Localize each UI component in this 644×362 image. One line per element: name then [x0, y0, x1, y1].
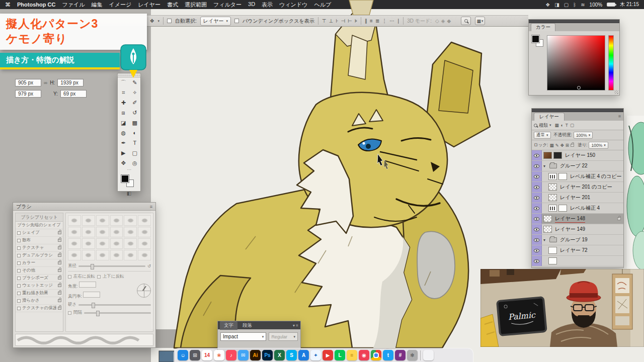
section-checkbox[interactable] [17, 292, 21, 295]
layer-row-blank-10[interactable] [532, 256, 623, 266]
dock-photoshop[interactable]: Ps [262, 350, 273, 360]
lock-icon-3[interactable]: ⊞ [566, 143, 569, 148]
brush-tip-10[interactable] [124, 227, 137, 237]
visibility-toggle[interactable] [532, 193, 542, 203]
status-icon-3[interactable]: ᛒ [573, 2, 576, 8]
menu-書式[interactable]: 書式 [167, 1, 178, 9]
brush-section-3[interactable]: テクスチャ [16, 244, 63, 252]
status-icon-2[interactable]: ▢ [564, 2, 569, 8]
dock-notes[interactable]: ≡ [347, 350, 357, 360]
layer-row-グループ 22[interactable]: ▾グループ 22 [532, 161, 623, 171]
brush-tip-1[interactable] [82, 215, 95, 226]
visibility-toggle[interactable] [532, 171, 542, 182]
layer-row-レイヤー 201 のコピー[interactable]: レイヤー 201 のコピー [532, 182, 623, 193]
layer-row-グループ 19[interactable]: ▾グループ 19 [532, 235, 623, 245]
diameter-slider[interactable] [78, 265, 145, 267]
healing-brush-tool[interactable]: ✚ [118, 98, 129, 108]
brush-tip-18[interactable] [68, 250, 81, 260]
panel-menu-icon[interactable]: ≡ [150, 204, 152, 209]
menu-表示[interactable]: 表示 [262, 1, 273, 9]
flip-x-checkbox[interactable] [68, 275, 71, 279]
workspace-layout-button[interactable]: ▦▾ [475, 17, 485, 25]
layer-row-レイヤー 148[interactable]: レイヤー 148 [532, 214, 623, 224]
layer-row-レイヤー 201[interactable]: レイヤー 201 [532, 193, 623, 203]
flip-y-checkbox[interactable] [97, 275, 101, 279]
panel-collapse-bar[interactable] [529, 20, 619, 23]
character-panel-title-bar[interactable]: 文字 段落 ▾ ≡ [218, 321, 300, 329]
dock-appstore[interactable]: A [298, 350, 309, 360]
hardness-slider[interactable] [78, 304, 151, 306]
brush-section-8[interactable]: ウェットエッジ [16, 282, 63, 290]
filter-icon-1[interactable]: ◐ [561, 123, 564, 128]
dock-chrome[interactable] [371, 350, 381, 360]
filter-icon-0[interactable]: ▦ [555, 123, 559, 128]
dock-photos[interactable]: ❀ [214, 350, 224, 360]
brush-tip-9[interactable] [110, 227, 123, 237]
brush-tip-8[interactable] [96, 227, 109, 237]
font-family-select[interactable]: Impact ▾ [220, 332, 266, 341]
shape-tool[interactable]: ▢ [129, 148, 141, 158]
layer-row-レイヤー 150[interactable]: レイヤー 150 [532, 150, 623, 161]
layer-row-レベル補正 4[interactable]: レベル補正 4 [532, 203, 623, 214]
brush-tip-17[interactable] [138, 238, 151, 249]
brush-tip-2[interactable] [96, 215, 109, 226]
brush-tip-4[interactable] [124, 215, 137, 226]
distribute-icon-4[interactable]: ⋯ [389, 19, 394, 24]
panel-collapse-bar[interactable] [532, 109, 623, 112]
blur-tool[interactable]: ◍ [118, 128, 129, 138]
brush-tip-3[interactable] [110, 215, 123, 226]
dock-calendar[interactable]: 14 [202, 350, 212, 360]
dock-launchpad[interactable]: ⊞ [190, 350, 200, 360]
font-style-select[interactable]: Regular ▾ [269, 332, 298, 341]
3d-mode-icon-1[interactable]: ◈ [441, 19, 445, 24]
dock-finder[interactable]: ☺ [178, 350, 188, 360]
width-field[interactable]: 905 px [15, 79, 41, 86]
align-icon-4[interactable]: ⊢ [348, 19, 352, 24]
visibility-toggle[interactable] [532, 256, 542, 266]
section-checkbox[interactable] [17, 239, 21, 242]
brush-section-11[interactable]: テクスチャの保護 [16, 305, 63, 312]
align-icon-0[interactable]: ⊤ [322, 19, 327, 24]
menu-ファイル[interactable]: ファイル [62, 1, 85, 9]
blend-mode-select[interactable]: 通常 ▾ [534, 132, 551, 139]
section-checkbox[interactable] [17, 254, 21, 257]
3d-mode-icon-2[interactable]: ◆ [447, 19, 451, 24]
history-brush-tool[interactable]: ↺ [129, 108, 141, 118]
menu-3D[interactable]: 3D [248, 1, 255, 9]
lock-icon-0[interactable]: ▦ [549, 143, 553, 148]
tab-color[interactable]: カラー [531, 23, 555, 31]
menu-イメージ[interactable]: イメージ [109, 1, 131, 9]
dock-mail[interactable]: ✉ [238, 350, 249, 360]
angle-field[interactable] [79, 282, 96, 288]
status-icon-0[interactable]: ❖ [545, 2, 550, 8]
layer-row-レイヤー 72[interactable]: レイヤー 72 [532, 245, 623, 256]
brush-section-6[interactable]: その他 [16, 267, 63, 275]
tab-paragraph[interactable]: 段落 [238, 321, 256, 330]
type-tool[interactable]: T [129, 138, 141, 148]
dock-trash[interactable] [423, 350, 434, 360]
hand-tool[interactable]: ✥ [118, 158, 129, 168]
section-checkbox[interactable] [17, 246, 21, 250]
brush-tip-0[interactable] [68, 215, 81, 226]
dock-excel[interactable]: X [274, 350, 285, 360]
pen-tool[interactable]: ✒ [118, 138, 129, 148]
panel-menu-icon[interactable]: ▾ ≡ [293, 323, 298, 328]
visibility-toggle[interactable] [532, 161, 542, 171]
brush-section-9[interactable]: 重ね描き効果 [16, 290, 63, 297]
menu-レイヤー[interactable]: レイヤー [138, 1, 160, 9]
visibility-toggle[interactable] [532, 214, 542, 224]
dock-music[interactable]: ♪ [226, 350, 236, 360]
filter-icon-2[interactable]: T [566, 123, 568, 128]
dock-safari[interactable]: ✦ [310, 350, 321, 360]
y-field[interactable]: 69 px [60, 90, 87, 98]
saturation-brightness-picker[interactable] [547, 35, 605, 90]
lock-all-icon[interactable] [571, 144, 574, 147]
menu-ウィンドウ[interactable]: ウィンドウ [279, 1, 307, 9]
quick-mask-icon[interactable]: ◧ [118, 190, 140, 197]
section-checkbox[interactable] [17, 307, 21, 310]
brush-tip-14[interactable] [96, 238, 109, 249]
section-checkbox[interactable] [17, 277, 21, 280]
brush-presets-button[interactable]: ブラシプリセット [16, 213, 63, 222]
eyedropper-tool[interactable]: ✧ [129, 87, 141, 98]
brush-section-10[interactable]: 滑らかさ [16, 297, 63, 305]
